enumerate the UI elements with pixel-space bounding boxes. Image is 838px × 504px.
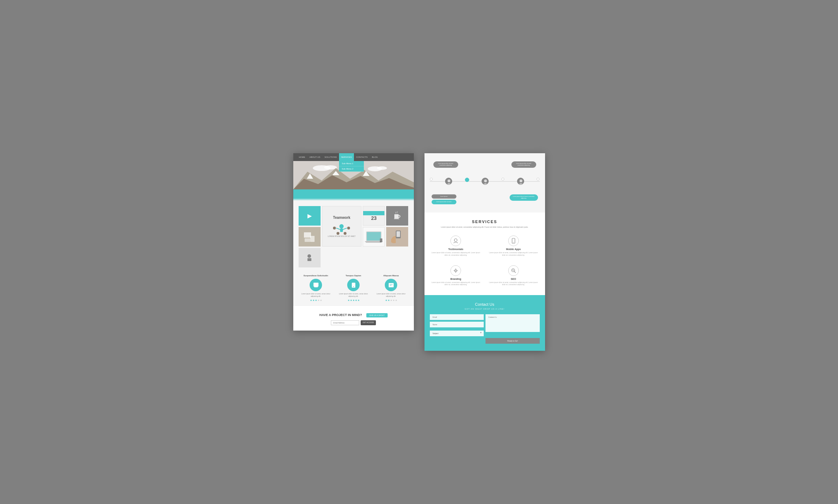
feature-3-title: Aliquam Massa — [374, 275, 409, 277]
portfolio-hand-phone-cell[interactable] — [386, 227, 408, 247]
subject-dropdown[interactable]: Subject — [430, 331, 484, 336]
svg-rect-11 — [340, 228, 343, 232]
feature-1-desc: Lorem ipsum dolor sit amet, conse ctetur… — [299, 293, 333, 298]
timeline-bubble-top-2: Lorem ipsum dolor sit amet consectetur a… — [510, 160, 538, 168]
nav-blog[interactable]: BLOG — [370, 153, 380, 161]
svg-rect-32 — [314, 287, 318, 287]
cta-section: HAVE A PROJECT IN MIND? GIVE US A SHOUT … — [293, 305, 414, 331]
timeline-bubble-bottom-2: Lorem ipsum dolor sit amet consectetur a… — [510, 193, 538, 204]
timeline-dot-5[interactable] — [501, 178, 504, 181]
seo-icon — [508, 265, 519, 276]
svg-line-50 — [514, 272, 516, 273]
svg-point-43 — [520, 179, 522, 182]
portfolio-teamwork-cell[interactable]: Teamwork LOREM IPSUM DOLOR — [322, 206, 362, 247]
services-description: Lorem ipsum dolor sit amet, consectetur … — [430, 226, 540, 229]
nav-services[interactable]: SERVICES Sub-Menu 1 Sub-Menu 2 — [339, 153, 354, 161]
portfolio-coffee-cell[interactable] — [386, 206, 408, 226]
timeline-line — [430, 171, 540, 192]
teamwork-sub: LOREM IPSUM DOLOR SIT AMET — [328, 235, 355, 237]
name-field[interactable] — [430, 322, 484, 327]
teamwork-label: Teamwork — [333, 216, 350, 220]
nav-home[interactable]: HOME — [297, 153, 307, 161]
page-left: HOME ABOUT US SOLUTIONS SERVICES Sub-Men… — [293, 153, 414, 331]
svg-rect-24 — [367, 232, 381, 241]
submenu-2[interactable]: Sub-Menu 2 — [339, 166, 364, 172]
svg-rect-30 — [307, 258, 311, 261]
feature-1-title: Suspendisse Solicitudin — [299, 275, 333, 277]
timeline-dot-6[interactable] — [517, 178, 524, 185]
portfolio-laptop-cell[interactable] — [363, 227, 385, 247]
portfolio-devices-cell[interactable] — [299, 227, 321, 247]
cta-text: HAVE A PROJECT IN MIND? — [320, 313, 362, 317]
submenu-1[interactable]: Sub-Menu 1 — [339, 161, 364, 166]
service-mobile: Mobile Apps Lorem ipsum dolor sit amet, … — [487, 234, 540, 258]
svg-rect-26 — [380, 242, 381, 242]
svg-point-29 — [307, 254, 311, 258]
timeline-dot-3[interactable] — [465, 178, 469, 182]
feature-2-stars: ★ ★ ★ ★ ★ — [336, 299, 371, 302]
timeline-dot-2[interactable] — [445, 178, 452, 185]
contact-section: Contact Us GOT AN IDEA? DROP US A LINE! … — [424, 295, 545, 351]
contact-form: Subject ▼ — [430, 314, 540, 336]
timeline-dot-4[interactable] — [482, 178, 489, 185]
svg-rect-20 — [304, 232, 311, 238]
subject-wrapper: Subject ▼ — [430, 329, 484, 336]
feature-2-icon — [347, 279, 360, 291]
service-mobile-text: Lorem ipsum dolor sit amet, consectetur … — [489, 252, 538, 256]
timeline-dot-1[interactable] — [430, 178, 433, 181]
service-testimonials-name: Testimonials — [432, 248, 481, 250]
timeline-bubble-top-1: Lorem ipsum dolor sit amet consectetur a… — [432, 160, 460, 168]
feature-2: Tempus Sapien Lorem ipsum dolor sit amet… — [336, 275, 371, 302]
svg-point-4 — [377, 166, 387, 170]
feature-1-icon — [310, 279, 322, 291]
portfolio-small-gray-cell[interactable] — [299, 248, 321, 267]
portfolio-cell-1[interactable]: ▶ — [299, 206, 321, 226]
svg-rect-35 — [389, 283, 394, 287]
svg-rect-28 — [396, 231, 400, 237]
svg-point-10 — [339, 224, 344, 228]
nav-contacts[interactable]: CONTACTS — [354, 153, 370, 161]
form-left-column: Subject ▼ — [430, 314, 484, 336]
calendar-top — [363, 211, 384, 215]
service-branding: Branding Lorem ipsum dolor sit amet, con… — [430, 264, 482, 288]
form-right-column — [485, 314, 540, 336]
svg-point-14 — [333, 227, 336, 229]
form-submit-row: Ready to Go! — [430, 338, 540, 344]
feature-3-stars: ★ ★ ★ ★ ★ — [374, 299, 409, 302]
cta-button[interactable]: GIVE US A SHOUT — [366, 313, 387, 317]
timeline-dots — [430, 178, 540, 185]
comments-field[interactable] — [485, 314, 540, 332]
service-mobile-name: Mobile Apps — [489, 248, 538, 250]
timeline-section: Lorem ipsum dolor sit amet consectetur a… — [424, 153, 545, 212]
svg-point-16 — [337, 232, 339, 235]
email-input[interactable] — [331, 320, 359, 325]
svg-rect-22 — [310, 236, 315, 242]
svg-rect-21 — [305, 238, 310, 242]
nav-solutions[interactable]: SOLUTIONS — [322, 153, 339, 161]
email-field[interactable] — [430, 314, 484, 320]
svg-rect-31 — [313, 283, 318, 287]
feature-1-stars: ★ ★ ★ ★ ★ — [299, 299, 333, 302]
get-access-button[interactable]: GET ACCESS — [361, 320, 376, 325]
contact-title: Contact Us — [430, 302, 540, 306]
svg-line-12 — [336, 228, 340, 229]
email-row: GET ACCESS — [299, 320, 409, 325]
svg-point-17 — [344, 232, 346, 235]
feature-3-icon — [385, 279, 397, 291]
service-branding-name: Branding — [432, 278, 481, 280]
services-section: SERVICES Lorem ipsum dolor sit amet, con… — [424, 212, 545, 295]
nav-about[interactable]: ABOUT US — [307, 153, 323, 161]
features-section: Suspendisse Solicitudin Lorem ipsum dolo… — [293, 271, 414, 305]
svg-point-34 — [353, 286, 354, 287]
svg-point-46 — [513, 242, 514, 243]
timeline-dot-7[interactable] — [537, 178, 539, 181]
svg-rect-19 — [394, 218, 399, 219]
svg-point-15 — [347, 227, 350, 229]
testimonials-icon — [450, 236, 461, 246]
portfolio-grid: ▶ Teamwork — [299, 206, 409, 267]
submit-button[interactable]: Ready to Go! — [485, 338, 540, 344]
feature-3-desc: Lorem ipsum dolor sit amet, conse ctetur… — [374, 293, 409, 298]
portfolio-calendar-cell[interactable]: 23 — [363, 206, 385, 226]
teal-bar — [293, 189, 414, 196]
section-divider — [293, 196, 414, 201]
